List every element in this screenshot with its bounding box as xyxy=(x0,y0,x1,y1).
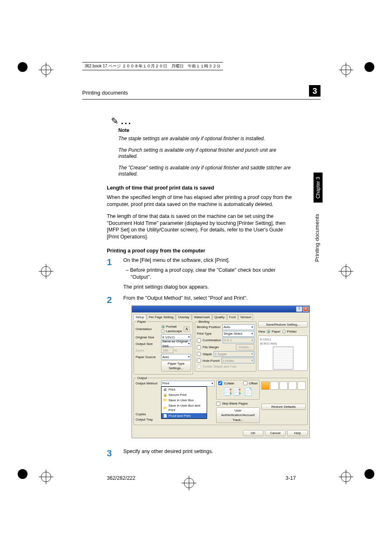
dot-icon xyxy=(364,469,375,479)
output-method-label: Output Method xyxy=(136,381,159,386)
view-label: View xyxy=(258,329,265,334)
output-group: Output Output Method Print 🖨Print � xyxy=(134,378,308,425)
collate-check[interactable]: Collate xyxy=(218,381,234,386)
staple-check[interactable]: Staple xyxy=(197,352,212,356)
note-label: Note xyxy=(118,127,296,133)
titlebar: ? ✕ xyxy=(132,306,309,312)
svg-point-23 xyxy=(18,469,28,479)
note-text: The staple settings are available only i… xyxy=(118,136,296,142)
dd-secure-print[interactable]: 🔒Secure Print xyxy=(161,392,207,398)
step-after-text: The print settings dialog box appears. xyxy=(123,284,296,291)
group-title: Binding xyxy=(198,319,210,324)
dd-save-box[interactable]: 📁Save in User Box xyxy=(161,398,207,403)
restore-defaults-button[interactable]: Restore Defaults xyxy=(261,404,306,410)
footer-page: 3-17 xyxy=(286,475,296,481)
combination-check[interactable]: Combination xyxy=(197,338,221,342)
footer-model: 362/282/222 xyxy=(107,475,136,481)
copies-label: Copies xyxy=(136,412,159,416)
tab-overlay[interactable]: Overlay xyxy=(176,314,191,320)
cancel-button[interactable]: Cancel xyxy=(265,430,286,436)
hole-punch-check[interactable]: Hole-Punch xyxy=(197,358,220,363)
help-button[interactable]: Help xyxy=(287,430,308,436)
step-text: On the [File] menu of the software, clic… xyxy=(123,257,296,264)
tab-watermark[interactable]: Watermark xyxy=(192,314,212,320)
output-size-select[interactable]: Same as Original Size xyxy=(161,341,191,347)
crop-mark-icon xyxy=(38,62,54,78)
staple-select: 1 Staple xyxy=(214,351,254,357)
print-dialog: ? ✕ Setup Per Page Setting Overlay Water… xyxy=(131,305,310,438)
group-title: Output xyxy=(136,376,148,380)
print-type-label: Print Type xyxy=(197,331,221,336)
step-text: From the "Output Method" list, select "P… xyxy=(123,295,310,302)
tab-per-page[interactable]: Per Page Setting xyxy=(147,314,175,320)
crop-mark-icon xyxy=(38,263,54,280)
paper-source-label: Paper Source xyxy=(136,355,159,359)
tab-font[interactable]: Font xyxy=(227,314,238,320)
portrait-radio[interactable]: Portrait xyxy=(161,324,182,329)
dot-icon xyxy=(17,62,28,72)
output-tray-label: Output Tray xyxy=(136,417,159,422)
binding-group: Binding Binding PositionAuto Print TypeS… xyxy=(195,321,256,372)
details-button: Details... xyxy=(236,344,254,350)
print-type-select[interactable]: Single-Sided xyxy=(222,331,254,337)
close-icon[interactable]: ✕ xyxy=(303,307,309,312)
auth-button[interactable]: User Authentication/Account Track... xyxy=(216,407,260,423)
dot-icon xyxy=(364,62,375,72)
step-number: 2 xyxy=(107,295,123,444)
heading-proof-data-saved: Length of time that proof print data is … xyxy=(107,185,296,191)
heading-proof-copy: Printing a proof copy from the computer xyxy=(107,248,296,254)
paper-group: Paper Orientation Portrait Landscape A xyxy=(134,321,193,375)
tab-version[interactable]: Version xyxy=(238,314,254,320)
orientation-label: Orientation xyxy=(136,327,159,331)
step-subtext: Before printing a proof copy, clear the … xyxy=(131,267,296,281)
dd-proof-print[interactable]: 📄Proof and Print xyxy=(161,413,207,419)
ok-button[interactable]: OK xyxy=(243,430,263,436)
offset-check[interactable]: Offset xyxy=(243,381,258,386)
chapter-number: 3 xyxy=(309,85,321,97)
tab-quality[interactable]: Quality xyxy=(212,314,227,320)
dd-save-box-print[interactable]: 📁Save in User Box and Print xyxy=(161,403,207,413)
original-size-label: Original Size xyxy=(136,335,159,340)
skip-blank-check[interactable]: Skip Blank Pages xyxy=(216,401,260,406)
dot-icon xyxy=(17,469,28,479)
output-method-select[interactable]: Print xyxy=(161,381,214,386)
save-restore-button[interactable]: Save/Restore Setting... xyxy=(258,321,308,328)
center-staple-check: Center Staple and Fold xyxy=(197,364,236,369)
section-title: Printing documents xyxy=(82,90,309,96)
step-text: Specify any other desired print settings… xyxy=(123,448,296,456)
output-size-label: Output Size xyxy=(136,342,159,346)
dd-print[interactable]: 🖨Print xyxy=(161,387,207,392)
tab-setup[interactable]: Setup xyxy=(134,314,146,320)
collate-icon: 📑📑 xyxy=(223,387,241,397)
note-text: The "Crease" setting is available only i… xyxy=(118,165,296,178)
thumb-icon[interactable] xyxy=(297,382,306,390)
thumb-icon[interactable] xyxy=(261,382,270,390)
output-method-dropdown: 🖨Print 🔒Secure Print 📁Save in User Box 📁… xyxy=(161,386,207,419)
note-icon: ✎ ... xyxy=(111,116,296,127)
paper-source-select[interactable]: Auto xyxy=(161,354,191,360)
binding-position-select[interactable]: Auto xyxy=(222,324,254,330)
binding-position-label: Binding Position xyxy=(197,325,221,329)
tabs: Setup Per Page Setting Overlay Watermark… xyxy=(132,312,309,320)
offset-icon: 📄 xyxy=(244,387,253,397)
body-paragraph: The length of time that data is saved on… xyxy=(107,213,296,241)
thumb-icon[interactable] xyxy=(279,382,288,390)
zoom-label: Zoom xyxy=(136,348,159,353)
step-number: 1 xyxy=(107,257,123,291)
crop-mark-icon xyxy=(338,62,354,78)
step-number: 3 xyxy=(107,448,123,459)
zoom-spinner: 100% xyxy=(161,347,177,353)
svg-point-24 xyxy=(364,469,374,479)
view-paper-radio[interactable]: Paper xyxy=(267,329,280,334)
landscape-radio[interactable]: Landscape xyxy=(161,329,182,333)
file-margin-check[interactable]: File Margin xyxy=(197,345,219,349)
crop-mark-icon xyxy=(338,263,354,280)
thumb-icon[interactable] xyxy=(288,382,297,390)
body-paragraph: When the specified length of time has el… xyxy=(107,194,296,208)
paper-type-button[interactable]: Paper Type Settings... xyxy=(161,361,191,371)
view-printer-radio[interactable]: Printer xyxy=(282,329,297,334)
group-title: Paper xyxy=(136,319,147,324)
thumb-icon[interactable] xyxy=(270,382,279,390)
svg-point-22 xyxy=(364,62,374,72)
help-icon[interactable]: ? xyxy=(296,307,302,312)
